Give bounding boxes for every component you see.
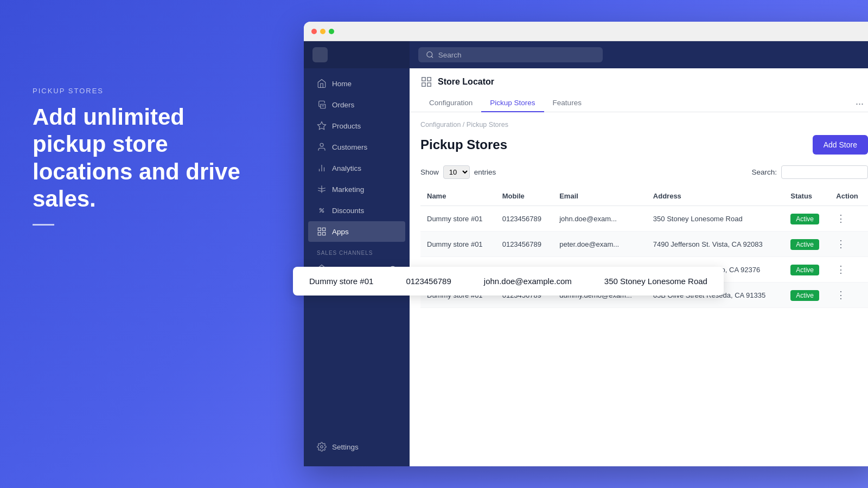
- entries-select[interactable]: 10 25 50: [443, 165, 470, 179]
- status-badge: Active: [790, 290, 819, 301]
- col-address: Address: [647, 187, 784, 206]
- search-label: Search:: [751, 168, 777, 176]
- browser-chrome: [304, 22, 868, 41]
- nav-label-apps: Apps: [332, 228, 349, 236]
- action-menu-button[interactable]: ⋮: [836, 264, 846, 275]
- sidebar-item-marketing[interactable]: Marketing: [308, 179, 405, 200]
- products-icon: [317, 121, 327, 131]
- cell-action[interactable]: ⋮: [829, 206, 868, 232]
- search-icon: [426, 50, 434, 59]
- analytics-icon: [317, 163, 327, 173]
- nav-label-products: Products: [332, 122, 361, 130]
- svg-point-8: [322, 211, 324, 213]
- svg-rect-0: [321, 104, 326, 108]
- main-content: Store Locator ConfigurationPickup Stores…: [410, 41, 868, 466]
- tooltip-name: Dummy store #01: [309, 277, 373, 286]
- add-store-button[interactable]: Add Store: [813, 135, 868, 155]
- cell-action[interactable]: ⋮: [829, 257, 868, 282]
- sidebar-item-orders[interactable]: Orders: [308, 94, 405, 115]
- svg-line-9: [320, 208, 324, 213]
- pickup-label: PICKUP STORES: [33, 87, 260, 95]
- tab-configuration[interactable]: Configuration: [420, 94, 481, 112]
- tooltip-address: 350 Stoney Lonesome Road: [604, 277, 707, 286]
- cell-name: Dummy store #01: [420, 232, 496, 257]
- cell-mobile: 0123456789: [496, 206, 553, 232]
- top-bar: [410, 41, 868, 68]
- pickup-heading: Add unlimited pickup store locations and…: [33, 104, 260, 213]
- app-title-row: Store Locator: [420, 76, 868, 88]
- cell-email: peter.doe@exam...: [553, 232, 647, 257]
- grid-icon: [420, 76, 432, 88]
- sidebar-item-home[interactable]: Home: [308, 73, 405, 94]
- cell-mobile: 0123456789: [496, 232, 553, 257]
- action-menu-button[interactable]: ⋮: [836, 239, 846, 249]
- cell-status: Active: [784, 206, 829, 232]
- sidebar-item-settings[interactable]: Settings: [308, 436, 405, 457]
- search-box[interactable]: [418, 47, 603, 62]
- action-menu-button[interactable]: ⋮: [836, 213, 846, 224]
- svg-rect-11: [323, 228, 326, 230]
- status-badge: Active: [790, 239, 819, 250]
- sidebar: Home Orders Products Customers Analytics…: [304, 41, 410, 466]
- col-mobile: Mobile: [496, 187, 553, 206]
- browser-window: Home Orders Products Customers Analytics…: [304, 22, 868, 466]
- svg-point-7: [320, 208, 321, 210]
- sidebar-item-customers[interactable]: Customers: [308, 137, 405, 157]
- home-icon: [317, 79, 327, 88]
- sidebar-logo: [312, 47, 328, 62]
- svg-point-3: [320, 143, 323, 146]
- page-title-row: Pickup Stores Add Store: [420, 135, 868, 155]
- sales-channels-label: SALES CHANNELS: [304, 242, 410, 259]
- cell-name: Dummy store #01: [420, 206, 496, 232]
- svg-rect-20: [427, 83, 431, 86]
- cell-action[interactable]: ⋮: [829, 282, 868, 308]
- cell-action[interactable]: ⋮: [829, 232, 868, 257]
- sidebar-item-discounts[interactable]: Discounts: [308, 200, 405, 221]
- table-row: Dummy store #01 0123456789 john.doe@exam…: [420, 206, 868, 232]
- action-menu-button[interactable]: ⋮: [836, 290, 846, 300]
- table-search-input[interactable]: [781, 165, 868, 179]
- search-control: Search:: [751, 165, 868, 179]
- svg-rect-10: [318, 228, 321, 230]
- svg-rect-18: [422, 78, 425, 81]
- col-action: Action: [829, 187, 868, 206]
- marketing-icon: [317, 184, 327, 194]
- svg-rect-12: [323, 233, 326, 235]
- pickup-divider: [33, 224, 54, 226]
- app-layout: Home Orders Products Customers Analytics…: [304, 41, 868, 466]
- discounts-icon: [317, 206, 327, 215]
- sidebar-item-apps[interactable]: Apps: [308, 221, 405, 242]
- orders-icon: [317, 100, 327, 110]
- status-badge: Active: [790, 265, 819, 275]
- table-controls: Show 10 25 50 entries Search:: [420, 165, 868, 179]
- breadcrumb-config: Configuration: [420, 121, 461, 129]
- tooltip-mobile: 0123456789: [406, 277, 451, 286]
- tab-features[interactable]: Features: [544, 94, 590, 112]
- breadcrumb: Configuration / Pickup Stores: [420, 121, 868, 129]
- table-row: Dummy store #01 0123456789 peter.doe@exa…: [420, 232, 868, 257]
- show-label: Show: [420, 168, 439, 176]
- minimize-dot[interactable]: [320, 29, 326, 34]
- cell-status: Active: [784, 257, 829, 282]
- maximize-dot[interactable]: [329, 29, 334, 34]
- entries-label: entries: [474, 168, 496, 176]
- search-input[interactable]: [438, 51, 595, 59]
- nav-label-orders: Orders: [332, 101, 354, 109]
- col-name: Name: [420, 187, 496, 206]
- cell-status: Active: [784, 232, 829, 257]
- table-header: NameMobileEmailAddressStatusAction: [420, 187, 868, 206]
- more-options-button[interactable]: ···: [851, 96, 868, 112]
- app-title: Store Locator: [438, 77, 494, 87]
- tab-pickup-stores[interactable]: Pickup Stores: [481, 94, 544, 112]
- status-badge: Active: [790, 214, 819, 224]
- breadcrumb-pickup: Pickup Stores: [467, 121, 508, 129]
- svg-rect-19: [427, 78, 431, 81]
- close-dot[interactable]: [311, 29, 317, 34]
- sidebar-item-analytics[interactable]: Analytics: [308, 158, 405, 178]
- svg-point-16: [427, 52, 432, 57]
- nav-label-analytics: Analytics: [332, 164, 361, 172]
- sidebar-bottom: Settings: [304, 432, 410, 466]
- nav-label-marketing: Marketing: [332, 185, 364, 194]
- sidebar-item-products[interactable]: Products: [308, 115, 405, 136]
- cell-address: 7490 Jefferson St. Vista, CA 92083: [647, 232, 784, 257]
